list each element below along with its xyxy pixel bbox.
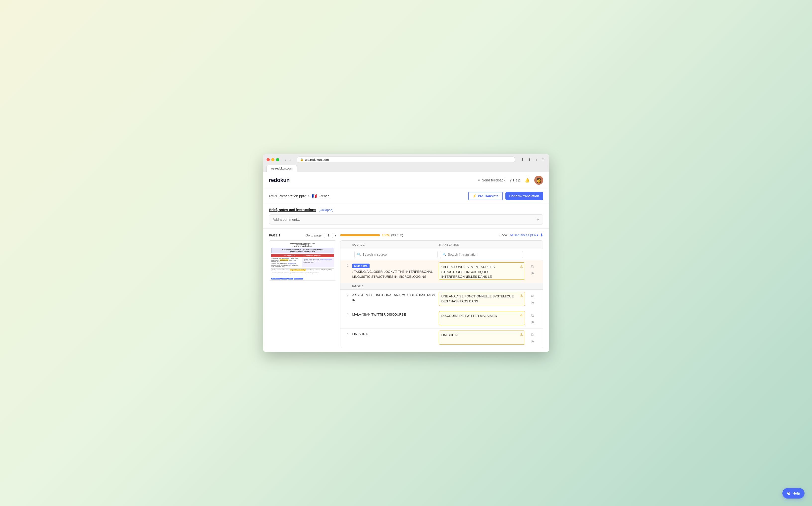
breadcrumb: FYP1 Presentation.pptx > 🇫🇷 French (269, 194, 330, 198)
show-select-button[interactable]: All sentences (33) ▾ (510, 233, 539, 237)
search-translation-input[interactable] (448, 253, 520, 256)
show-value: All sentences (33) (510, 233, 536, 237)
row-actions: ⧉ ⚑ (525, 311, 540, 325)
tab-bar: we.redokun.com (267, 165, 546, 172)
search-translation-box[interactable]: 🔍 (440, 251, 523, 258)
share-button[interactable]: ⬆ (527, 157, 532, 163)
copy-icon[interactable]: ⧉ (531, 264, 534, 269)
translation-cell[interactable]: UNE ANALYSE FONCTIONNELLE SYSTEMIQUE DES… (439, 292, 525, 307)
extensions-button[interactable]: ⊞ (541, 157, 546, 163)
source-header: SOURCE (352, 243, 439, 246)
section-header: PAGE 1 (341, 283, 543, 290)
source-text: MALAYSIAN TWITTER DISCOURSE (352, 312, 437, 317)
new-tab-button[interactable]: + (534, 157, 539, 162)
comment-input[interactable] (273, 218, 536, 222)
lock-icon: 🔒 (300, 158, 303, 161)
page-label: PAGE 1 (269, 234, 280, 237)
bolt-icon: ⚡ (472, 194, 476, 198)
traffic-lights (267, 158, 279, 161)
slide-red-bar: INTRODUCTION STATEMENT OF PROBLEM (271, 254, 334, 257)
question-icon: ? (510, 178, 512, 182)
slide-preview: DEPARTMENT OF LANGUAGES ANDLINGUISTICS (… (269, 240, 336, 281)
slide-col-left: ☐ #Hashtags were introduced as a tool fo… (271, 258, 301, 267)
translation-input[interactable]: : APPROFONDISSEMENT SUR LES STRUCTURES L… (439, 262, 525, 280)
close-button[interactable] (267, 158, 270, 161)
search-source-box[interactable]: 🔍 (354, 251, 438, 258)
language-flag: 🇫🇷 (312, 194, 317, 198)
breadcrumb-bar: FYP1 Presentation.pptx > 🇫🇷 French ⚡ Pre… (263, 188, 549, 204)
send-icon[interactable]: ➤ (536, 217, 540, 222)
main-content: PAGE 1 Go to page: ▾ DEPARTMENT OF LANGU… (263, 229, 549, 352)
help-fab-button[interactable]: ⊛ Help (782, 488, 805, 499)
show-filter: Show: All sentences (33) ▾ ⬇ (500, 233, 543, 238)
source-cell: A SYSTEMIC FUNCTIONAL ANALYSIS OF #HASHT… (352, 292, 439, 304)
chevron-down-icon[interactable]: ▾ (335, 234, 336, 237)
back-button[interactable]: ‹ (284, 157, 287, 162)
breadcrumb-language: French (319, 194, 330, 198)
help-fab-icon: ⊛ (787, 491, 791, 496)
brief-title: Brief, notes and instructions (269, 208, 316, 212)
slide-notes-badge: Slide notes (352, 264, 370, 268)
maximize-button[interactable] (276, 158, 279, 161)
copy-icon[interactable]: ⧉ (531, 293, 534, 299)
address-bar[interactable]: 🔒 we.redokun.com (297, 157, 515, 163)
flag-icon[interactable]: ⚑ (530, 271, 535, 276)
active-tab[interactable]: we.redokun.com (267, 165, 297, 172)
translation-cell[interactable]: : APPROFONDISSEMENT SUR LES STRUCTURES L… (439, 262, 525, 281)
translation-input[interactable]: UNE ANALYSE FONCTIONNELLE SYSTEMIQUE DES… (439, 292, 525, 306)
goto-label: Go to page: (305, 234, 323, 237)
row-number: 3 (343, 311, 352, 316)
slide-two-col: ☐ #Hashtags were introduced as a tool fo… (271, 258, 334, 267)
browser-chrome: ‹ › 🔒 we.redokun.com ⬇ ⬆ + ⊞ we.redokun.… (263, 154, 549, 172)
translation-cell[interactable]: DISCOURS DE TWITTER MALAISIEN ⚠ (439, 311, 525, 326)
right-panel: 100% (33 / 33) Show: All sentences (33) … (340, 233, 543, 348)
pretranslate-button[interactable]: ⚡ Pre-Translate (468, 192, 503, 200)
warning-icon: ⚠ (520, 294, 523, 298)
source-cell: MALAYSIAN TWITTER DISCOURSE (352, 311, 439, 318)
chevron-down-icon: ▾ (537, 233, 539, 237)
translation-table: SOURCE TRANSLATION 🔍 🔍 (340, 240, 543, 348)
translation-input[interactable]: LIM SHU NI (439, 331, 525, 345)
flag-icon[interactable]: ⚑ (530, 300, 535, 306)
row-number: 2 (343, 292, 352, 297)
notifications-button[interactable]: 🔔 (525, 178, 530, 183)
copy-icon[interactable]: ⧉ (531, 313, 534, 318)
translation-input[interactable]: DISCOURS DE TWITTER MALAISIEN (439, 311, 525, 325)
page-number-input[interactable] (324, 233, 333, 238)
user-avatar[interactable]: 👩 (534, 176, 543, 185)
goto-page: Go to page: ▾ (305, 233, 336, 238)
flag-icon[interactable]: ⚑ (530, 339, 535, 345)
forward-button[interactable]: › (289, 157, 292, 162)
translation-cell[interactable]: LIM SHU NI ⚠ (439, 331, 525, 346)
source-cell: LIM SHU NI (352, 331, 439, 337)
breadcrumb-actions: ⚡ Pre-Translate Confirm translation (468, 192, 543, 200)
slide-col-right: Hashtags should be analysed as semiotic … (302, 258, 334, 267)
left-panel: PAGE 1 Go to page: ▾ DEPARTMENT OF LANGU… (269, 233, 336, 348)
slide-bottom: #MetooMovement #JustVoting #Metoo #Black… (271, 278, 334, 279)
source-text: : TAKING A CLOSER LOOK AT THE INTERPERSO… (352, 269, 437, 279)
collapse-button[interactable]: (Collapse) (319, 208, 333, 212)
copy-icon[interactable]: ⧉ (531, 332, 534, 337)
table-header: SOURCE TRANSLATION (341, 241, 543, 249)
page-controls: PAGE 1 Go to page: ▾ (269, 233, 336, 238)
downloads-button[interactable]: ⬇ (520, 157, 525, 163)
search-source-input[interactable] (363, 253, 435, 256)
table-row: 1 Slide notes : TAKING A CLOSER LOOK AT … (341, 260, 543, 283)
row-number: 1 (343, 262, 352, 267)
send-feedback-button[interactable]: ✉ Send feedback (477, 178, 505, 182)
search-translation-icon: 🔍 (442, 253, 446, 256)
help-fab-label: Help (793, 491, 800, 495)
flag-icon[interactable]: ⚑ (530, 320, 535, 325)
breadcrumb-file[interactable]: FYP1 Presentation.pptx (269, 194, 306, 198)
bell-icon: 🔔 (525, 178, 530, 182)
table-row: 4 LIM SHU NI LIM SHU NI ⚠ ⧉ ⚑ (341, 329, 543, 348)
help-button[interactable]: ? Help (510, 178, 520, 182)
confirm-translation-button[interactable]: Confirm translation (506, 192, 543, 200)
source-text: LIM SHU NI (352, 332, 437, 337)
app-container: redokun ✉ Send feedback ? Help 🔔 👩 FYP1 … (263, 172, 549, 352)
browser-window: ‹ › 🔒 we.redokun.com ⬇ ⬆ + ⊞ we.redokun.… (263, 154, 549, 352)
warning-icon: ⚠ (520, 333, 523, 337)
minimize-button[interactable] (271, 158, 274, 161)
source-cell: Slide notes : TAKING A CLOSER LOOK AT TH… (352, 262, 439, 280)
download-icon[interactable]: ⬇ (540, 233, 543, 238)
